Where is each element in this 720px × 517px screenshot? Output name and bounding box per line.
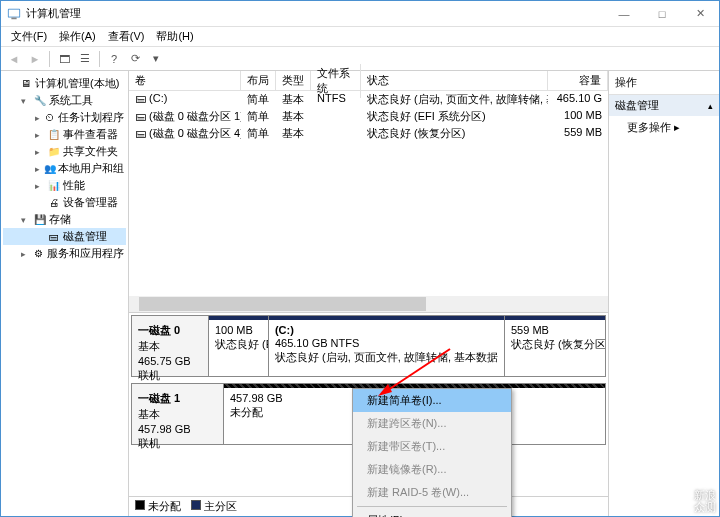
- svg-rect-1: [9, 9, 20, 16]
- menu-new-spanned-volume: 新建跨区卷(N)...: [353, 412, 511, 435]
- tree-storage[interactable]: ▾💾存储: [3, 211, 126, 228]
- volume-header[interactable]: 卷 布局 类型 文件系统 状态 容量: [129, 71, 608, 91]
- menu-new-striped-volume: 新建带区卷(T)...: [353, 435, 511, 458]
- window-title: 计算机管理: [26, 6, 605, 21]
- actions-pane: 操作 磁盘管理▴ 更多操作 ▸: [609, 71, 719, 516]
- volume-icon: 🖴: [135, 127, 146, 139]
- volume-list: 卷 布局 类型 文件系统 状态 容量 🖴 (C:)简单基本NTFS状态良好 (启…: [129, 71, 608, 313]
- volume-icon: 🖴: [135, 110, 146, 122]
- disk-0-label[interactable]: 一磁盘 0 基本 465.75 GB 联机: [132, 316, 209, 376]
- volume-row[interactable]: 🖴 (磁盘 0 磁盘分区 1)简单基本状态良好 (EFI 系统分区)100 MB: [129, 108, 608, 125]
- refresh-button[interactable]: ⟳: [126, 50, 144, 68]
- titlebar: 计算机管理 — □ ✕: [1, 1, 719, 27]
- menubar: 文件(F) 操作(A) 查看(V) 帮助(H): [1, 27, 719, 47]
- tree-taskscheduler[interactable]: ▸⏲任务计划程序: [3, 109, 126, 126]
- col-status: 状态: [361, 71, 548, 90]
- forward-button[interactable]: ►: [26, 50, 44, 68]
- col-name: 卷: [129, 71, 241, 90]
- app-icon: [7, 7, 21, 21]
- tree-localusers[interactable]: ▸👥本地用户和组: [3, 160, 126, 177]
- col-capacity: 容量: [548, 71, 608, 90]
- chevron-right-icon: ▸: [674, 121, 680, 133]
- volume-row[interactable]: 🖴 (C:)简单基本NTFS状态良好 (启动, 页面文件, 故障转储, 基本数据…: [129, 91, 608, 108]
- close-button[interactable]: ✕: [681, 1, 719, 26]
- menu-new-simple-volume[interactable]: 新建简单卷(I)...: [353, 389, 511, 412]
- horizontal-scrollbar[interactable]: [129, 296, 608, 312]
- back-button[interactable]: ◄: [5, 50, 23, 68]
- volume-row[interactable]: 🖴 (磁盘 0 磁盘分区 4)简单基本状态良好 (恢复分区)559 MB: [129, 125, 608, 142]
- navigation-tree[interactable]: 🖥计算机管理(本地) ▾🔧系统工具 ▸⏲任务计划程序 ▸📋事件查看器 ▸📁共享文…: [1, 71, 129, 516]
- actions-more[interactable]: 更多操作 ▸: [609, 116, 719, 139]
- minimize-button[interactable]: —: [605, 1, 643, 26]
- menu-view[interactable]: 查看(V): [102, 27, 151, 46]
- menu-file[interactable]: 文件(F): [5, 27, 53, 46]
- tree-sharedfolders[interactable]: ▸📁共享文件夹: [3, 143, 126, 160]
- help-button[interactable]: ?: [105, 50, 123, 68]
- col-layout: 布局: [241, 71, 276, 90]
- disk0-part-recovery[interactable]: 559 MB状态良好 (恢复分区): [505, 316, 605, 376]
- collapse-icon: ▴: [708, 101, 713, 111]
- toolbar-btn[interactable]: 🗖: [55, 50, 73, 68]
- menu-new-mirror-volume: 新建镜像卷(R)...: [353, 458, 511, 481]
- tree-root[interactable]: 🖥计算机管理(本地): [3, 75, 126, 92]
- tree-systools[interactable]: ▾🔧系统工具: [3, 92, 126, 109]
- menu-help[interactable]: 帮助(H): [150, 27, 199, 46]
- tree-eventviewer[interactable]: ▸📋事件查看器: [3, 126, 126, 143]
- svg-rect-2: [11, 17, 16, 19]
- menu-action[interactable]: 操作(A): [53, 27, 102, 46]
- menu-properties[interactable]: 属性(P): [353, 509, 511, 517]
- toolbar-btn[interactable]: ▾: [147, 50, 165, 68]
- disk-1-label[interactable]: 一磁盘 1 基本 457.98 GB 联机: [132, 384, 224, 444]
- actions-header: 操作: [609, 71, 719, 95]
- tree-diskmgmt[interactable]: 🖴磁盘管理: [3, 228, 126, 245]
- tree-performance[interactable]: ▸📊性能: [3, 177, 126, 194]
- legend-unallocated: 未分配: [135, 499, 181, 514]
- tree-services[interactable]: ▸⚙服务和应用程序: [3, 245, 126, 262]
- context-menu: 新建简单卷(I)... 新建跨区卷(N)... 新建带区卷(T)... 新建镜像…: [352, 388, 512, 517]
- disk-0[interactable]: 一磁盘 0 基本 465.75 GB 联机 100 MB状态良好 (EFI (C…: [131, 315, 606, 377]
- disk0-part-efi[interactable]: 100 MB状态良好 (EFI: [209, 316, 269, 376]
- col-type: 类型: [276, 71, 311, 90]
- toolbar-btn[interactable]: ☰: [76, 50, 94, 68]
- watermark: 新浪 众测: [694, 489, 716, 513]
- menu-new-raid5-volume: 新建 RAID-5 卷(W)...: [353, 481, 511, 504]
- tree-devicemgr[interactable]: 🖨设备管理器: [3, 194, 126, 211]
- volume-icon: 🖴: [135, 92, 146, 104]
- maximize-button[interactable]: □: [643, 1, 681, 26]
- disk0-part-c[interactable]: (C:)465.10 GB NTFS状态良好 (启动, 页面文件, 故障转储, …: [269, 316, 505, 376]
- actions-section[interactable]: 磁盘管理▴: [609, 95, 719, 116]
- legend-primary: 主分区: [191, 499, 237, 514]
